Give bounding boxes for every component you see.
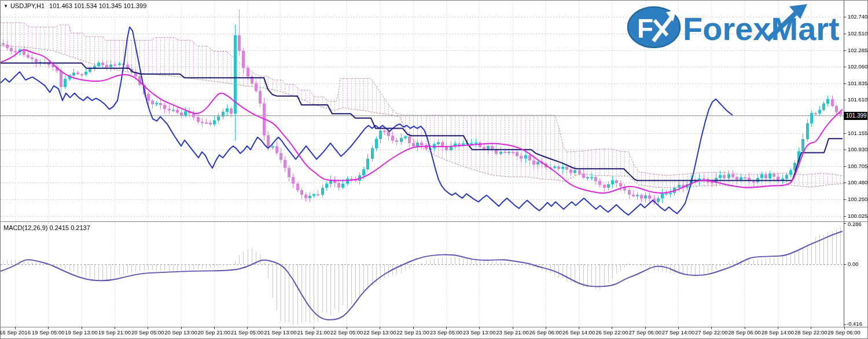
ohlc-values: 101.463 101.534 101.345 101.399 <box>49 2 146 9</box>
current-price-tag: 101.399 <box>844 112 868 120</box>
price-axis-label: 100.705 <box>848 163 867 169</box>
time-axis[interactable]: 16 Sep 201619 Sep 05:0019 Sep 13:0019 Se… <box>1 327 868 339</box>
logo-badge-text: F <box>637 13 653 43</box>
price-axis-label: 101.835 <box>848 80 867 86</box>
chart-marker-icon: ▼ <box>3 3 8 9</box>
forexmart-logo: F ForexMart <box>627 4 847 50</box>
chart-window: ▼USDJPY,H1101.463 101.534 101.345 101.39… <box>0 0 868 339</box>
price-axis-label: 101.610 <box>848 96 867 103</box>
logo-brand-text: ForexMart <box>683 10 840 47</box>
symbol-title: USDJPY,H1 <box>10 2 45 9</box>
chart-canvas[interactable] <box>1 1 868 339</box>
macd-indicator-label: MACD(12,26,9) 0.2415 0.2137 <box>3 224 90 231</box>
time-axis-label: 29 Sep 06:00 <box>821 329 867 336</box>
price-axis-label: 100.250 <box>848 196 867 202</box>
price-axis-label: 102.060 <box>848 63 867 70</box>
price-axis-label: 100.025 <box>848 213 867 219</box>
price-axis-label: 100.480 <box>848 179 867 185</box>
price-axis-label: 102.510 <box>848 30 867 37</box>
price-axis[interactable]: 102.740102.510102.285102.060101.835101.6… <box>844 1 868 327</box>
price-axis-label: 102.740 <box>848 13 867 20</box>
price-axis-label: 100.930 <box>848 146 867 152</box>
price-axis-label: 102.285 <box>848 47 867 53</box>
symbol-info: ▼USDJPY,H1101.463 101.534 101.345 101.39… <box>3 2 146 9</box>
price-axis-label: 101.155 <box>848 130 867 136</box>
